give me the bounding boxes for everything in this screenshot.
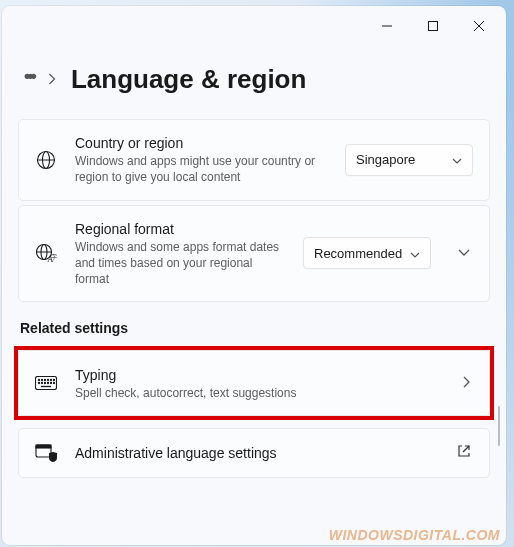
globe-language-icon: A 字 [35,243,57,263]
expand-button[interactable] [455,249,473,257]
watermark: WINDOWSDIGITAL.COM [329,527,500,543]
svg-point-15 [44,380,45,381]
svg-point-17 [50,380,51,381]
related-settings-heading: Related settings [20,320,490,336]
svg-point-22 [47,383,48,384]
titlebar [2,6,506,46]
svg-line-28 [463,446,469,452]
globe-icon [35,150,57,170]
country-desc: Windows and apps might use your country … [75,153,327,185]
chevron-down-icon [452,152,462,167]
svg-rect-27 [36,445,51,448]
breadcrumb-menu-icon[interactable]: ••• [24,66,34,93]
admin-title: Administrative language settings [75,444,439,462]
page-title: Language & region [71,64,306,95]
typing-desc: Spell check, autocorrect, text suggestio… [75,385,445,401]
highlight-box: Typing Spell check, autocorrect, text su… [14,346,494,420]
country-region-row: Country or region Windows and apps might… [18,119,490,201]
svg-point-19 [38,383,39,384]
chevron-right-icon [463,374,471,392]
svg-point-20 [41,383,42,384]
regional-desc: Windows and some apps format dates and t… [75,239,285,288]
svg-point-14 [41,380,42,381]
country-value: Singapore [356,152,415,167]
svg-point-18 [53,380,54,381]
admin-shield-icon [35,443,57,463]
close-button[interactable] [456,6,502,46]
chevron-right-icon [48,71,57,89]
svg-point-13 [38,380,39,381]
minimize-button[interactable] [364,6,410,46]
regional-dropdown[interactable]: Recommended [303,237,431,269]
admin-language-row[interactable]: Administrative language settings [18,428,490,478]
country-title: Country or region [75,134,327,152]
scrollbar[interactable] [498,406,500,446]
typing-row[interactable]: Typing Spell check, autocorrect, text su… [18,350,490,416]
regional-title: Regional format [75,220,285,238]
svg-point-24 [53,383,54,384]
open-external-icon [457,444,471,462]
regional-format-row[interactable]: A 字 Regional format Windows and some app… [18,205,490,303]
maximize-button[interactable] [410,6,456,46]
keyboard-icon [35,376,57,390]
breadcrumb: ••• Language & region [18,46,490,119]
regional-value: Recommended [314,246,402,261]
svg-rect-1 [429,22,438,31]
svg-point-16 [47,380,48,381]
svg-point-23 [50,383,51,384]
typing-title: Typing [75,366,445,384]
chevron-down-icon [410,246,420,261]
country-dropdown[interactable]: Singapore [345,144,473,176]
settings-window: ••• Language & region Country or region … [2,6,506,545]
svg-text:字: 字 [51,253,57,260]
svg-point-21 [44,383,45,384]
